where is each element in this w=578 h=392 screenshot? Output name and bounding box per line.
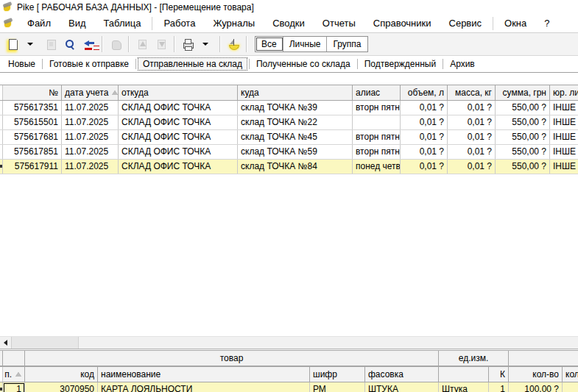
- cell[interactable]: СКЛАД ОФИС ТОЧКА: [119, 130, 238, 144]
- cell[interactable]: склад ТОЧКА №59: [238, 145, 353, 159]
- cell[interactable]: 575617911: [3, 160, 62, 174]
- scroll-left-button[interactable]: [0, 337, 12, 349]
- column-header-дата учета[interactable]: дата учета: [62, 85, 119, 100]
- column-header-алиас[interactable]: алиас: [353, 85, 401, 100]
- cell[interactable]: 0,01 ?: [401, 101, 448, 115]
- column-header-№[interactable]: №: [3, 85, 62, 100]
- column-header-юр. лиц[interactable]: юр. лиц: [550, 85, 578, 100]
- cell[interactable]: 575617681: [3, 130, 62, 144]
- cell[interactable]: ІНШЕ: [550, 101, 578, 115]
- table-row[interactable]: 57561735111.07.2025СКЛАД ОФИС ТОЧКАсклад…: [0, 101, 578, 115]
- search-button[interactable]: [61, 35, 79, 53]
- menu-item-summaries[interactable]: Сводки: [264, 15, 314, 32]
- cell[interactable]: 100,00 ?: [509, 382, 563, 392]
- cell[interactable]: 0,01 ?: [448, 101, 496, 115]
- cell[interactable]: вторн пятн: [353, 101, 401, 115]
- boat-button[interactable]: [225, 35, 242, 53]
- cell[interactable]: 11.07.2025: [62, 145, 119, 159]
- cell[interactable]: ІНШЕ: [550, 115, 578, 129]
- cell[interactable]: 550,00 ?: [496, 101, 550, 115]
- view-button-personal[interactable]: Личные: [283, 37, 328, 51]
- table-row[interactable]: 57561768111.07.2025СКЛАД ОФИС ТОЧКАсклад…: [0, 130, 578, 145]
- menu-item-windows[interactable]: Окна: [496, 15, 535, 32]
- cell[interactable]: КАРТА ЛОЯЛЬНОСТИ: [98, 382, 310, 392]
- cell[interactable]: 11.07.2025: [62, 101, 119, 115]
- cell[interactable]: 0,01 ?: [448, 115, 496, 129]
- cell[interactable]: 11.07.2025: [62, 160, 119, 174]
- menu-item-table[interactable]: Таблица: [95, 15, 150, 32]
- print-button[interactable]: [179, 35, 197, 53]
- menu-item-service[interactable]: Сервис: [440, 15, 491, 32]
- cell[interactable]: 11.07.2025: [62, 130, 119, 144]
- cell[interactable]: СКЛАД ОФИС ТОЧКА: [119, 160, 238, 174]
- new-document-dropdown-button[interactable]: [23, 35, 40, 53]
- menu-item-file[interactable]: Файл: [18, 15, 60, 32]
- tab-archive[interactable]: Архив: [445, 58, 479, 70]
- cell[interactable]: 0,01 ?: [448, 160, 496, 174]
- menu-item-help[interactable]: ?: [535, 15, 558, 32]
- column-header-откуда[interactable]: откуда: [119, 85, 238, 100]
- column-header-куда[interactable]: куда: [238, 85, 353, 100]
- column-header-сумма, грн[interactable]: сумма, грн: [496, 85, 550, 100]
- menu-item-journals[interactable]: Журналы: [204, 15, 264, 32]
- cell[interactable]: [353, 115, 401, 129]
- cell[interactable]: 550,00 ?: [496, 160, 550, 174]
- cell[interactable]: 1: [489, 382, 509, 392]
- tab-sent-to-warehouse[interactable]: Отправленные на склад: [138, 58, 247, 70]
- horizontal-scrollbar[interactable]: [0, 336, 578, 349]
- cell[interactable]: 11.07.2025: [62, 115, 119, 129]
- column-header-п.[interactable]: п.: [3, 367, 25, 382]
- cell[interactable]: СКЛАД ОФИС ТОЧКА: [119, 145, 238, 159]
- cell[interactable]: 0,01 ?: [448, 130, 496, 144]
- cell[interactable]: склад ТОЧКА №84: [238, 160, 353, 174]
- cell[interactable]: вторн пятн: [353, 130, 401, 144]
- column-header-код[interactable]: код: [25, 367, 98, 382]
- column-header-К[interactable]: К: [489, 367, 509, 382]
- table-row[interactable]: 13070950КАРТА ЛОЯЛЬНОСТИРМШТУКАШтука1100…: [0, 382, 578, 392]
- sync-button[interactable]: [80, 35, 98, 53]
- tab-received-from-warehouse[interactable]: Полученные со склада: [252, 58, 355, 70]
- cell[interactable]: СКЛАД ОФИС ТОЧКА: [119, 101, 238, 115]
- cell[interactable]: 550,00 ?: [496, 115, 550, 129]
- column-header-шифр[interactable]: шифр: [310, 367, 365, 382]
- cell[interactable]: понед четв: [353, 160, 401, 174]
- cell[interactable]: 0,01 ?: [401, 130, 448, 144]
- column-header-unit[interactable]: [439, 367, 489, 382]
- tab-confirmed[interactable]: Подтвержденный: [360, 58, 440, 70]
- column-header-кол-во[interactable]: кол-во: [509, 367, 563, 382]
- cell[interactable]: 550,00 ?: [496, 130, 550, 144]
- cell[interactable]: склад ТОЧКА №22: [238, 115, 353, 129]
- cell[interactable]: 3070950: [25, 382, 98, 392]
- view-button-group[interactable]: Группа: [327, 37, 367, 51]
- cell[interactable]: ІНШЕ: [550, 160, 578, 174]
- cell[interactable]: ІНШЕ: [550, 130, 578, 144]
- column-header-наименование[interactable]: наименование: [98, 367, 310, 382]
- tab-ready-to-send[interactable]: Готовые к отправке: [45, 58, 133, 70]
- menu-item-work[interactable]: Работа: [155, 15, 204, 32]
- column-header-кол[interactable]: кол: [563, 367, 578, 382]
- new-document-button[interactable]: [4, 35, 21, 53]
- scrollbar-thumb[interactable]: [12, 337, 79, 349]
- menu-item-reports[interactable]: Отчеты: [314, 15, 364, 32]
- cell[interactable]: склад ТОЧКА №45: [238, 130, 353, 144]
- cell[interactable]: 0,01 ?: [401, 160, 448, 174]
- table-row[interactable]: 57561791111.07.2025СКЛАД ОФИС ТОЧКАсклад…: [0, 160, 578, 174]
- menu-item-references[interactable]: Справочники: [364, 15, 440, 32]
- cell[interactable]: ШТУКА: [365, 382, 439, 392]
- print-dropdown-button[interactable]: [198, 35, 216, 53]
- tab-new[interactable]: Новые: [4, 58, 40, 70]
- cell[interactable]: 1: [3, 382, 25, 392]
- column-header-масса, кг[interactable]: масса, кг: [448, 85, 496, 100]
- column-header-объем, л[interactable]: объем, л: [401, 85, 448, 100]
- cell[interactable]: 575615501: [3, 115, 62, 129]
- table-row[interactable]: 57561785111.07.2025СКЛАД ОФИС ТОЧКАсклад…: [0, 145, 578, 160]
- cell[interactable]: СКЛАД ОФИС ТОЧКА: [119, 115, 238, 129]
- menu-item-view[interactable]: Вид: [60, 15, 95, 32]
- view-button-all[interactable]: Все: [255, 37, 283, 51]
- cell[interactable]: ІНШЕ: [550, 145, 578, 159]
- cell[interactable]: 0,01 ?: [401, 115, 448, 129]
- cell[interactable]: РМ: [310, 382, 365, 392]
- cell[interactable]: 0,01 ?: [401, 145, 448, 159]
- cell[interactable]: 0,01 ?: [448, 145, 496, 159]
- cell[interactable]: склад ТОЧКА №39: [238, 101, 353, 115]
